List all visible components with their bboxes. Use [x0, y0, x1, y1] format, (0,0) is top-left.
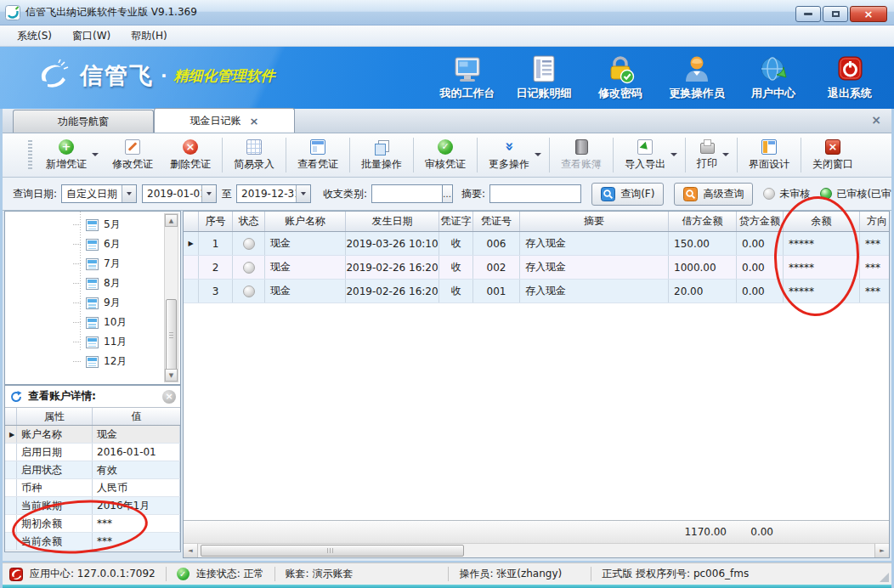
date-to-value: 2019-12-31: [237, 188, 296, 200]
action-exit-system[interactable]: 退出系统: [814, 54, 886, 101]
detail-row[interactable]: 当前账期 2016年1月: [5, 497, 180, 515]
simple-entry-button[interactable]: 简易录入: [225, 133, 283, 177]
column-header-direction[interactable]: 方向: [860, 212, 890, 231]
audited-radio[interactable]: 已审核(已审: [820, 187, 891, 201]
resize-grip[interactable]: [880, 573, 889, 582]
date-to-select[interactable]: 2019-12-31: [236, 184, 311, 203]
import-export-button[interactable]: 导入导出: [616, 133, 682, 177]
action-change-password[interactable]: 修改密码: [585, 54, 656, 101]
column-header-voucher-no[interactable]: 凭证号: [473, 212, 520, 231]
view-voucher-button[interactable]: 查看凭证: [289, 133, 347, 177]
tree-vertical-scrollbar[interactable]: ▲ ▼: [164, 213, 178, 382]
journal-row[interactable]: ▶ 1 现金 2019-03-26 10:10 收 006 存入现金 150.0…: [184, 232, 889, 256]
scroll-right-icon[interactable]: ►: [874, 544, 889, 557]
summary-input[interactable]: [489, 184, 581, 203]
column-header-account[interactable]: 账户名称: [265, 212, 346, 231]
detail-value: ***: [93, 533, 180, 550]
maximize-button[interactable]: [823, 6, 848, 22]
action-journal-detail[interactable]: 日记账明细: [508, 54, 580, 101]
action-user-center[interactable]: 用户中心: [738, 54, 809, 101]
detail-row[interactable]: 币种 人民币: [5, 479, 180, 497]
journal-row[interactable]: 3 现金 2019-02-26 16:20 收 001 存入现金 20.00 0…: [184, 280, 889, 303]
detail-row[interactable]: 当前余额 ***: [5, 533, 180, 551]
scroll-up-icon[interactable]: ▲: [165, 214, 178, 227]
horizontal-scrollbar-thumb[interactable]: [201, 545, 464, 557]
new-voucher-button[interactable]: 新增凭证: [37, 133, 104, 177]
detail-row[interactable]: 期初余额 ***: [5, 515, 180, 533]
tree-scrollbar-thumb[interactable]: [166, 299, 177, 370]
cell-summary: 存入现金: [520, 232, 669, 255]
tree-item-month-11[interactable]: 11月: [5, 332, 180, 352]
cell-debit: 1000.00: [669, 256, 737, 279]
date-from-select[interactable]: 2019-01-01: [142, 184, 217, 203]
detail-row[interactable]: ▶ 账户名称 现金: [5, 426, 180, 444]
tab-close-icon[interactable]: ×: [250, 115, 259, 127]
tree-item-month-6[interactable]: 6月: [5, 235, 180, 254]
tree-item-month-7[interactable]: 7月: [5, 254, 180, 274]
advanced-query-button[interactable]: 高级查询: [674, 183, 753, 206]
print-button[interactable]: 打印: [688, 133, 734, 177]
toolbar-separator: [685, 138, 686, 172]
detail-row[interactable]: 启用日期 2016-01-01: [5, 444, 180, 461]
close-button[interactable]: ×: [850, 6, 887, 22]
column-header-voucher-word[interactable]: 凭证字: [439, 212, 473, 231]
column-header-date[interactable]: 发生日期: [346, 212, 439, 231]
tree-item-month-9[interactable]: 9月: [5, 293, 180, 313]
action-my-workstation[interactable]: 我的工作台: [432, 54, 503, 101]
menu-window[interactable]: 窗口(W): [64, 27, 119, 45]
date-type-select[interactable]: 自定义日期: [61, 184, 137, 203]
batch-operation-button[interactable]: 批量操作: [353, 133, 410, 177]
cell-voucher-no: 002: [473, 256, 520, 279]
cell-seq: 2: [199, 256, 233, 279]
category-picker-button[interactable]: …: [443, 184, 453, 203]
delete-voucher-button[interactable]: 删除凭证: [161, 133, 219, 177]
unaudited-radio[interactable]: 未审核: [763, 187, 810, 201]
journal-row[interactable]: 2 现金 2019-02-26 16:20 收 002 存入现金 1000.00…: [184, 256, 889, 280]
cell-date: 2019-03-26 10:10: [346, 232, 439, 255]
column-header-status[interactable]: 状态: [233, 212, 265, 231]
tree-item-month-5[interactable]: 5月: [5, 215, 180, 235]
column-header-credit[interactable]: 贷方金额: [737, 212, 784, 231]
column-header-value[interactable]: 值: [93, 408, 180, 425]
tab-function-nav[interactable]: 功能导航窗: [13, 110, 154, 133]
category-input[interactable]: [371, 184, 443, 203]
column-header-balance[interactable]: 余额: [784, 212, 860, 231]
column-header-debit[interactable]: 借方金额: [669, 212, 737, 231]
query-button[interactable]: 查询(F): [591, 183, 664, 206]
action-switch-operator[interactable]: 更换操作员: [661, 54, 733, 101]
month-journal-icon: [86, 297, 99, 309]
edit-voucher-button[interactable]: 修改凭证: [104, 133, 161, 177]
password-lock-icon: [605, 54, 636, 84]
menu-system[interactable]: 系统(S): [8, 27, 60, 45]
grid-header: 序号 状态 账户名称 发生日期 凭证字 凭证号 摘要 借方金额 贷方金额 余额 …: [184, 212, 889, 232]
brand-slogan: 精细化管理软件: [174, 66, 275, 86]
tree-item-month-10[interactable]: 10月: [5, 313, 180, 332]
audit-voucher-button[interactable]: 审核凭证: [416, 133, 474, 177]
tabstrip-close-icon[interactable]: ×: [871, 113, 881, 127]
detail-close-icon[interactable]: ×: [162, 390, 176, 404]
column-header-summary[interactable]: 摘要: [520, 212, 669, 231]
button-label: 查看凭证: [297, 157, 338, 172]
scroll-down-icon[interactable]: ▼: [165, 369, 178, 382]
column-header-prop[interactable]: 属性: [17, 408, 93, 425]
tab-cash-journal[interactable]: 现金日记账 ×: [154, 108, 295, 133]
tree-item-month-12[interactable]: 12月: [5, 352, 180, 371]
view-ledger-button[interactable]: 查看账簿: [552, 133, 610, 177]
advanced-search-icon: [683, 187, 698, 201]
toolbar-grip[interactable]: [28, 140, 32, 170]
ui-design-button[interactable]: 界面设计: [740, 133, 798, 177]
delete-voucher-icon: [183, 139, 198, 155]
horizontal-scrollbar[interactable]: ◄ ►: [184, 543, 889, 557]
tree-item-month-8[interactable]: 8月: [5, 274, 180, 293]
refresh-icon[interactable]: [9, 390, 23, 404]
application-window: 信管飞出纳记账软件专业版 V9.1.369 × 系统(S) 窗口(W) 帮助(H…: [0, 0, 894, 588]
close-window-button[interactable]: 关闭窗口: [804, 133, 862, 177]
detail-row[interactable]: 启用状态 有效: [5, 461, 180, 479]
menu-help[interactable]: 帮助(H): [122, 27, 175, 45]
status-separator: [166, 567, 167, 581]
cell-date: 2019-02-26 16:20: [346, 256, 439, 279]
column-header-seq[interactable]: 序号: [199, 212, 233, 231]
more-actions-button[interactable]: 更多操作: [480, 133, 546, 177]
scroll-left-icon[interactable]: ◄: [184, 544, 198, 557]
minimize-button[interactable]: [795, 6, 821, 22]
